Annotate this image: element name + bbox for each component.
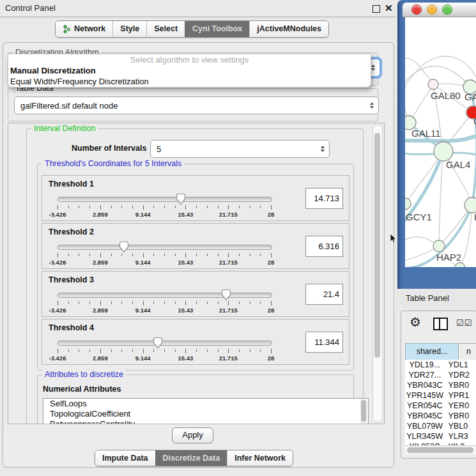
table-row[interactable]: YPR145WYPR1 xyxy=(405,390,476,401)
slider-tick xyxy=(260,254,261,256)
slider-tick-label: 21.715 xyxy=(219,211,238,218)
network-window-titlebar[interactable] xyxy=(403,3,476,17)
threshold-value-input[interactable] xyxy=(305,236,343,257)
split-columns-icon[interactable] xyxy=(433,318,448,330)
slider-tick xyxy=(271,349,272,353)
tab-discretize-data[interactable]: Discretize Data xyxy=(155,450,227,466)
threshold-list: Threshold 1-3.4262.8599.14415.4321.71528… xyxy=(42,175,349,367)
network-edge[interactable] xyxy=(439,151,443,246)
tab-jactivemnodules[interactable]: jActiveMNodules xyxy=(249,21,328,37)
table-data-combo[interactable]: galFiltered.sif default node xyxy=(14,96,379,114)
table-row[interactable]: YBR045CYBR0 xyxy=(405,411,476,421)
slider-tick xyxy=(89,349,90,352)
dropdown-item-equal-width[interactable]: Equal Width/Frequency Discretization xyxy=(8,76,371,87)
slider-tick xyxy=(164,206,165,208)
table-row[interactable]: YLR345WYLR3 xyxy=(405,431,476,441)
attribute-list-item[interactable]: TopologicalCoefficient xyxy=(43,409,368,419)
threshold-value-input[interactable] xyxy=(305,188,343,209)
slider-thumb[interactable] xyxy=(119,241,129,253)
slider-thumb[interactable] xyxy=(221,289,231,301)
slider-tick xyxy=(271,205,272,210)
gear-icon[interactable]: ⚙ xyxy=(410,314,421,330)
number-of-intervals-combo[interactable]: 5 xyxy=(150,140,330,158)
network-edge[interactable] xyxy=(460,205,472,267)
table-row[interactable]: YBL079WYBL0 xyxy=(405,421,476,431)
network-node-label: GAL4 xyxy=(446,159,470,170)
close-icon[interactable]: ✕ xyxy=(385,2,393,15)
network-node-h[interactable] xyxy=(464,197,476,213)
select-columns-checkboxes-icon[interactable]: ☑☑ xyxy=(456,318,472,328)
slider-track[interactable] xyxy=(58,293,272,298)
column-header-shared-name[interactable]: shared... xyxy=(405,343,459,360)
slider-tick xyxy=(185,301,186,305)
tab-infer-network[interactable]: Infer Network xyxy=(227,450,293,466)
close-traffic-icon[interactable] xyxy=(411,4,422,15)
list-scrollbar[interactable] xyxy=(360,399,367,424)
slider-tick xyxy=(239,254,240,256)
attributes-section: Attributes to discretize Numerical Attri… xyxy=(37,374,354,424)
network-graph[interactable]: GAL80GACGAL11GAL4GCY1HHAP2 xyxy=(405,17,476,267)
slider-tick xyxy=(218,302,219,304)
threshold-slider[interactable]: -3.4262.8599.14415.4321.71528 xyxy=(58,241,271,266)
slider-tick xyxy=(260,302,261,304)
slider-track[interactable] xyxy=(58,197,272,202)
cell-name: YBR0 xyxy=(445,411,476,421)
control-panel-titlebar: Control Panel ✕ xyxy=(0,0,396,17)
network-edge[interactable] xyxy=(470,87,476,205)
table-row[interactable]: YDL19...YDL1 xyxy=(405,360,476,370)
tab-style[interactable]: Style xyxy=(112,21,146,37)
attribute-list-item[interactable]: SelfLoops xyxy=(43,399,368,409)
tab-impute-data[interactable]: Impute Data xyxy=(95,450,155,466)
table-row[interactable]: YER054CYER0 xyxy=(405,401,476,411)
cell-name: YDL1 xyxy=(445,360,476,370)
float-window-icon[interactable] xyxy=(372,5,380,13)
numerical-attributes-list[interactable]: SelfLoopsTopologicalCoefficientBetweenne… xyxy=(43,398,369,424)
scrollbar-thumb[interactable] xyxy=(374,133,380,358)
threshold-label: Threshold 1 xyxy=(49,180,94,188)
tab-select[interactable]: Select xyxy=(146,21,185,37)
threshold-value-input[interactable] xyxy=(305,284,343,305)
network-node[interactable] xyxy=(455,263,465,267)
slider-tick xyxy=(79,254,79,256)
dropdown-item-manual-discretization[interactable]: Manual Discretization xyxy=(8,65,371,76)
minimize-traffic-icon[interactable] xyxy=(427,4,437,15)
scrollbar-thumb[interactable] xyxy=(407,447,473,453)
threshold-panel: Threshold 4-3.4262.8599.14415.4321.71528 xyxy=(42,319,349,365)
slider-tick xyxy=(58,349,58,353)
slider-tick-label: 9.144 xyxy=(135,211,151,218)
network-node-gcy1[interactable] xyxy=(405,198,411,210)
table-panel: ⚙ ☑☑ shared... n YDL19...YDL1YDR27...YDR… xyxy=(401,311,476,459)
table-row[interactable]: YBR043CYBR0 xyxy=(405,380,476,390)
slider-tick xyxy=(164,254,165,256)
threshold-slider[interactable]: -3.4262.8599.14415.4321.71528 xyxy=(58,193,271,219)
slider-thumb[interactable] xyxy=(153,337,163,349)
network-node-hap2[interactable] xyxy=(433,240,445,252)
zoom-traffic-icon[interactable] xyxy=(442,4,452,15)
threshold-value-input[interactable] xyxy=(305,332,343,353)
tab-infer-network-label: Infer Network xyxy=(234,450,286,466)
vertical-scrollbar[interactable] xyxy=(372,125,383,422)
threshold-slider[interactable]: -3.4262.8599.14415.4321.71528 xyxy=(58,289,271,314)
tab-cyni-toolbox[interactable]: Cyni Toolbox xyxy=(185,21,249,37)
slider-thumb[interactable] xyxy=(176,193,186,205)
network-node-gal80[interactable] xyxy=(428,79,438,89)
tab-impute-data-label: Impute Data xyxy=(102,450,148,466)
slider-tick xyxy=(207,254,208,256)
slider-tick xyxy=(132,254,133,256)
network-canvas[interactable]: GAL80GACGAL11GAL4GCY1HHAP2 xyxy=(405,17,476,267)
apply-button[interactable]: Apply xyxy=(172,427,213,443)
tab-network[interactable]: Network xyxy=(56,21,112,37)
column-header-name[interactable]: n xyxy=(458,343,476,360)
slider-tick-label: 15.43 xyxy=(178,307,194,314)
slider-track[interactable] xyxy=(58,341,272,346)
slider-tick xyxy=(68,206,69,208)
scrollbar-thumb[interactable] xyxy=(361,400,366,422)
threshold-panel: Threshold 2-3.4262.8599.14415.4321.71528 xyxy=(42,223,349,269)
threshold-slider[interactable]: -3.4262.8599.14415.4321.71528 xyxy=(58,337,271,362)
table-row[interactable]: YDR27...YDR2 xyxy=(405,370,476,380)
network-node-gal4[interactable] xyxy=(434,142,453,161)
attribute-list-item[interactable]: BetweennessCentrality xyxy=(43,419,368,424)
slider-track[interactable] xyxy=(58,245,272,250)
horizontal-scrollbar[interactable] xyxy=(405,445,476,454)
slider-tick xyxy=(58,205,58,210)
